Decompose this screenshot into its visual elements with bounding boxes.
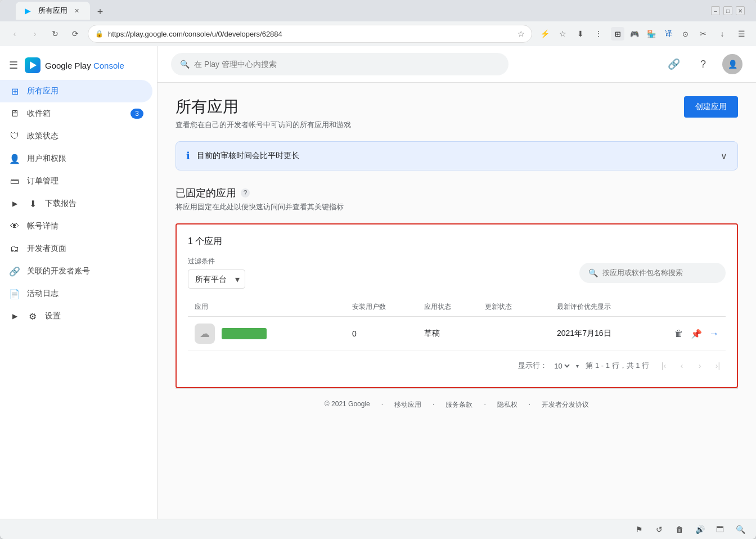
footer-link-privacy[interactable]: 隐私权 xyxy=(497,400,518,410)
tab-bar: ▶ 所有应用 ✕ + xyxy=(16,2,706,20)
bookmark-star-icon[interactable]: ☆ xyxy=(518,29,525,38)
tab-favicon-icon: ▶ xyxy=(25,6,34,15)
sidebar-item-settings[interactable]: ▶ ⚙ 设置 xyxy=(0,305,152,327)
prev-page-button[interactable]: ‹ xyxy=(674,358,690,374)
back-button[interactable]: ‹ xyxy=(7,26,22,42)
platform-select[interactable]: 所有平台 Android iOS xyxy=(188,270,245,289)
main-search-input[interactable] xyxy=(194,60,500,69)
ext-shop-icon[interactable]: 🏪 xyxy=(645,27,658,41)
sidebar-item-reports[interactable]: ▶ ⬇ 下载报告 xyxy=(0,192,152,215)
create-app-button[interactable]: 创建应用 xyxy=(684,96,738,118)
footer-link-developer[interactable]: 开发者分发协议 xyxy=(542,400,589,410)
sidebar-item-users[interactable]: 👤 用户和权限 xyxy=(0,147,152,170)
pinned-help-icon[interactable]: ? xyxy=(241,188,250,197)
notice-bar[interactable]: ℹ 目前的审核时间会比平时更长 ∨ xyxy=(176,141,738,170)
ext-game-icon[interactable]: 🎮 xyxy=(628,27,641,41)
minimize-button[interactable]: – xyxy=(711,6,720,15)
rows-per-page: 显示行： 10 25 50 ▾ xyxy=(518,361,579,371)
sidebar: ☰ Google Play Console ⊞ 所有应用 🖥 收件箱 3 xyxy=(0,46,158,519)
footer-separator3: · xyxy=(484,400,485,410)
col-header-latest-review: 最新评价优先显示 xyxy=(557,302,669,312)
taskbar-volume-icon[interactable]: 🔊 xyxy=(693,523,706,536)
pinned-subtitle: 将应用固定在此处以便快速访问问并查看其关键指标 xyxy=(176,202,738,212)
app-cell: ☁ xyxy=(195,324,348,344)
sidebar-item-linked-accounts[interactable]: 🔗 关联的开发者账号 xyxy=(0,260,152,282)
footer-link-terms[interactable]: 服务条款 xyxy=(446,400,472,410)
extension-icons: ⊞ 🎮 🏪 译 ⊙ ✂ ↓ ☰ xyxy=(611,26,749,42)
sidebar-item-activity-log[interactable]: 📄 活动日志 xyxy=(0,282,152,305)
sidebar-item-all-apps-label: 所有应用 xyxy=(27,86,58,96)
linked-accounts-icon: 🔗 xyxy=(9,266,20,277)
main-search-box[interactable]: 🔍 xyxy=(171,53,508,75)
extension-menu-icon[interactable]: ⋮ xyxy=(591,26,606,42)
table-header: 应用 安装用户数 应用状态 更新状态 最新评价优先显示 xyxy=(188,298,726,317)
pin-button[interactable]: 📌 xyxy=(691,326,702,342)
download2-icon[interactable]: ↓ xyxy=(714,26,730,42)
sidebar-item-inbox-label: 收件箱 xyxy=(27,109,51,119)
last-page-button[interactable]: ›| xyxy=(710,358,726,374)
star-icon[interactable]: ☆ xyxy=(555,26,570,42)
close-button[interactable]: ✕ xyxy=(736,6,745,15)
inbox-icon: 🖥 xyxy=(9,108,20,119)
sidebar-item-inbox[interactable]: 🖥 收件箱 3 xyxy=(0,102,152,125)
sidebar-item-account[interactable]: 👁 帐号详情 xyxy=(0,215,152,237)
users-icon: 👤 xyxy=(9,153,20,164)
tab-close-button[interactable]: ✕ xyxy=(72,6,81,15)
forward-button[interactable]: › xyxy=(27,26,43,42)
menu-icon[interactable]: ☰ xyxy=(734,26,749,42)
avatar-icon[interactable]: 👤 xyxy=(722,54,742,74)
window-min-max-close[interactable]: – □ ✕ xyxy=(711,6,749,15)
sidebar-item-reports-label: 下载报告 xyxy=(45,199,76,209)
ext-translate-icon[interactable]: 译 xyxy=(662,27,675,41)
help-icon[interactable]: ? xyxy=(693,54,713,74)
sidebar-item-activity-log-label: 活动日志 xyxy=(27,289,58,299)
browser-content: ☰ Google Play Console ⊞ 所有应用 🖥 收件箱 3 xyxy=(0,46,756,519)
expand-arrow-reports-icon: ▶ xyxy=(9,198,20,209)
hamburger-menu-icon[interactable]: ☰ xyxy=(9,59,18,71)
sidebar-logo: Google Play Console xyxy=(25,57,124,73)
taskbar-flag-icon[interactable]: ⚑ xyxy=(632,523,646,536)
footer-link-mobile[interactable]: 移动应用 xyxy=(394,400,421,410)
app-name-bar xyxy=(222,328,267,339)
first-page-button[interactable]: |‹ xyxy=(656,358,672,374)
rows-per-page-select[interactable]: 10 25 50 xyxy=(552,361,572,371)
refresh-button[interactable]: ↻ xyxy=(47,26,63,42)
sidebar-item-developer-page[interactable]: 🗂 开发者页面 xyxy=(0,237,152,260)
download-icon[interactable]: ⬇ xyxy=(573,26,588,42)
lightning-icon[interactable]: ⚡ xyxy=(537,26,552,42)
rows-per-page-label: 显示行： xyxy=(518,361,547,371)
link-icon[interactable]: 🔗 xyxy=(664,54,684,74)
new-tab-button[interactable]: + xyxy=(92,4,108,20)
main-content: 🔍 🔗 ? 👤 所有应用 查看您在自己的开发者帐号中可访问的所有应用和游戏 xyxy=(158,46,756,519)
taskbar-trash-icon[interactable]: 🗑 xyxy=(673,523,686,536)
goto-button[interactable]: → xyxy=(709,326,719,342)
taskbar-search-icon[interactable]: 🔍 xyxy=(734,523,747,536)
address-bar[interactable]: 🔒 https://play.google.com/console/u/0/de… xyxy=(88,25,532,43)
title-bar: ▶ 所有应用 ✕ + – □ ✕ xyxy=(0,0,756,21)
next-page-button[interactable]: › xyxy=(692,358,708,374)
browser-tab-active[interactable]: ▶ 所有应用 ✕ xyxy=(16,2,90,20)
orders-icon: 🗃 xyxy=(9,176,20,187)
delete-button[interactable]: 🗑 xyxy=(674,326,684,342)
pinned-title-label: 已固定的应用 xyxy=(176,186,236,200)
page-footer: © 2021 Google · 移动应用 · 服务条款 · 隐私权 · 开发者分… xyxy=(176,388,738,421)
ext-circle-icon[interactable]: ⊙ xyxy=(678,27,692,41)
sidebar-item-policy[interactable]: 🛡 政策状态 xyxy=(0,125,152,147)
taskbar-refresh-icon[interactable]: ↺ xyxy=(652,523,666,536)
app-search-box[interactable]: 🔍 xyxy=(579,263,726,283)
sidebar-item-orders-label: 订单管理 xyxy=(27,176,58,186)
cut-icon[interactable]: ✂ xyxy=(695,26,711,42)
installs-cell: 0 xyxy=(352,329,420,338)
info-icon: ℹ xyxy=(186,150,190,162)
sidebar-item-orders[interactable]: 🗃 订单管理 xyxy=(0,170,152,192)
apps-table-container: 1 个应用 过滤条件 所有平台 Android iOS xyxy=(176,223,738,388)
reports-icon: ⬇ xyxy=(27,198,38,209)
maximize-button[interactable]: □ xyxy=(723,6,732,15)
taskbar-window-icon[interactable]: 🗔 xyxy=(713,523,727,536)
table-row: ☁ 0 草稿 2021年7月16日 🗑 📌 → xyxy=(188,317,726,351)
history-button[interactable]: ⟳ xyxy=(68,26,83,42)
ext-grid-icon[interactable]: ⊞ xyxy=(611,27,624,41)
sidebar-item-all-apps[interactable]: ⊞ 所有应用 xyxy=(0,80,152,102)
platform-select-wrapper: 所有平台 Android iOS xyxy=(188,270,245,289)
app-search-input[interactable] xyxy=(602,268,717,277)
